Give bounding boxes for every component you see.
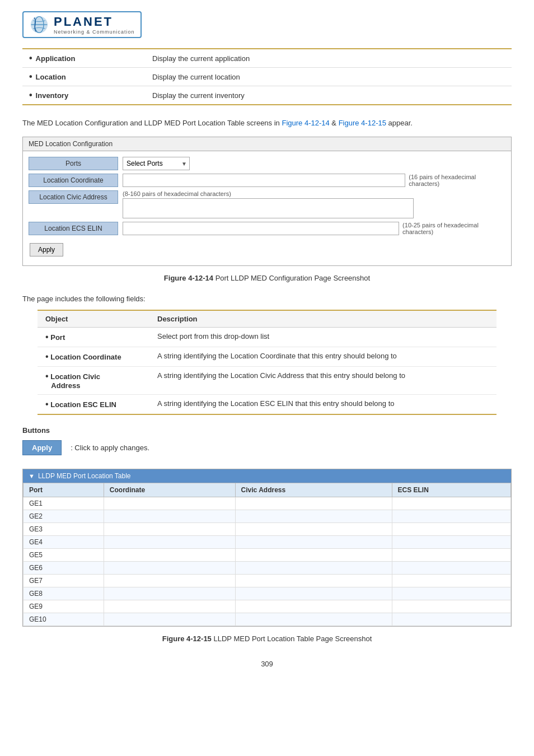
lldp-port-cell: GE5	[24, 548, 104, 561]
planet-globe-icon	[29, 15, 49, 35]
location-ecs-hint: (10-25 pairs of hexadecimal characters)	[402, 222, 505, 235]
lldp-data-cell	[104, 613, 235, 626]
top-table-label: • Location	[22, 68, 146, 86]
fields-paragraph: The page includes the following fields:	[22, 295, 512, 303]
lldp-col-header: Port	[24, 483, 104, 497]
top-table-row: • Application Display the current applic…	[22, 49, 512, 68]
buttons-row: Apply : Click to apply changes.	[22, 440, 512, 455]
object-label: Location Civic	[50, 372, 100, 381]
location-coordinate-hint: (16 pairs of hexadecimal characters)	[409, 174, 505, 187]
figure1-caption: Figure 4-12-14 Port LLDP MED Configurati…	[22, 274, 512, 282]
object-label: Location ESC ELIN	[50, 400, 116, 409]
lldp-table-row: GE1	[24, 497, 511, 510]
lldp-data-cell	[104, 535, 235, 548]
lldp-data-cell	[104, 587, 235, 600]
lldp-data-cell	[235, 510, 392, 522]
lldp-data-cell	[392, 613, 510, 626]
logo-text: PLANET Networking & Communication	[54, 15, 135, 35]
location-coordinate-input[interactable]	[123, 174, 405, 187]
lldp-table-row: GE6	[24, 561, 511, 574]
top-table-desc: Display the current inventory	[146, 86, 512, 105]
top-table-row: • Inventory Display the current inventor…	[22, 86, 512, 105]
select-ports-dropdown[interactable]: Select Ports	[123, 157, 190, 170]
med-config-title: MED Location Configuration	[23, 137, 511, 151]
lldp-data-cell	[392, 548, 510, 561]
logo-sub-label: Networking & Communication	[54, 29, 135, 35]
desc-object-cell: • Location Coordinate	[38, 347, 149, 366]
lldp-data-cell	[235, 548, 392, 561]
desc-table-row: • Location Civic Address A string identi…	[38, 366, 496, 394]
logo-area: PLANET Networking & Communication	[22, 11, 512, 38]
lldp-data-cell	[104, 561, 235, 574]
lldp-table-row: GE8	[24, 587, 511, 600]
lldp-data-cell	[235, 587, 392, 600]
object-label: Port	[50, 333, 65, 342]
lldp-table-row: GE2	[24, 510, 511, 522]
lldp-port-cell: GE6	[24, 561, 104, 574]
fig-ref1-link[interactable]: Figure 4-12-14	[282, 119, 329, 127]
bullet-icon: •	[45, 399, 49, 409]
lldp-data-cell	[392, 497, 510, 510]
lldp-port-cell: GE3	[24, 522, 104, 535]
lldp-port-cell: GE4	[24, 535, 104, 548]
desc-description-cell: Select port from this drop-down list	[149, 327, 496, 347]
figure1-id: Figure 4-12-14	[164, 274, 213, 282]
col-description-header: Description	[149, 310, 496, 328]
lldp-port-cell: GE1	[24, 497, 104, 510]
lldp-data-cell	[392, 522, 510, 535]
lldp-port-cell: GE10	[24, 613, 104, 626]
col-object-header: Object	[38, 310, 149, 328]
buttons-section: Buttons Apply : Click to apply changes.	[22, 426, 512, 455]
lldp-data-cell	[104, 548, 235, 561]
lldp-table-row: GE4	[24, 535, 511, 548]
location-civic-textarea[interactable]	[123, 198, 414, 218]
location-ecs-input[interactable]	[123, 222, 399, 235]
top-table-label: • Inventory	[22, 86, 146, 105]
apply-large-button[interactable]: Apply	[22, 440, 62, 455]
lldp-data-cell	[235, 535, 392, 548]
location-coordinate-row: Location Coordinate (16 pairs of hexadec…	[29, 174, 505, 187]
lldp-col-header: ECS ELIN	[392, 483, 510, 497]
top-table-desc: Display the current application	[146, 49, 512, 68]
lldp-port-cell: GE7	[24, 574, 104, 587]
lldp-title-arrow-icon: ▼	[29, 473, 35, 479]
bullet-icon: •	[45, 352, 49, 361]
lldp-data-cell	[104, 510, 235, 522]
med-config-apply-button[interactable]: Apply	[30, 243, 63, 256]
row-label: Application	[36, 54, 76, 63]
desc-description-cell: A string identifying the Location Coordi…	[149, 347, 496, 366]
row-label: Location	[36, 73, 66, 81]
lldp-table-title-text: LLDP MED Port Location Table	[38, 472, 131, 480]
lldp-col-header: Civic Address	[235, 483, 392, 497]
lldp-table-title: ▼ LLDP MED Port Location Table	[23, 469, 511, 483]
lldp-data-cell	[104, 574, 235, 587]
object-label-cont: Address	[45, 381, 80, 390]
bullet-icon: •	[29, 90, 32, 100]
lldp-data-cell	[235, 574, 392, 587]
location-coordinate-label: Location Coordinate	[29, 174, 118, 187]
location-civic-hint: (8-160 pairs of hexadecimal characters)	[123, 190, 414, 197]
location-civic-label: Location Civic Address	[29, 190, 118, 204]
fig-ref2-link[interactable]: Figure 4-12-15	[339, 119, 386, 127]
lldp-data-cell	[392, 600, 510, 613]
lldp-table-row: GE5	[24, 548, 511, 561]
object-label: Location Coordinate	[50, 353, 121, 361]
lldp-data-cell	[104, 522, 235, 535]
lldp-table-box: ▼ LLDP MED Port Location Table PortCoord…	[22, 469, 512, 627]
logo-planet-label: PLANET	[54, 15, 135, 29]
lldp-data-cell	[104, 600, 235, 613]
top-table-row: • Location Display the current location	[22, 68, 512, 86]
lldp-data-cell	[392, 535, 510, 548]
lldp-data-cell	[392, 561, 510, 574]
med-config-form: Ports Select Ports ▼ Location Coordinate…	[23, 151, 511, 265]
bullet-icon: •	[29, 72, 32, 82]
page-number: 309	[22, 660, 512, 668]
figure1-title: Port LLDP MED Configuration Page Screens…	[216, 274, 371, 282]
desc-description-cell: A string identifying the Location ESC EL…	[149, 394, 496, 414]
lldp-data-cell	[235, 561, 392, 574]
desc-table-row: • Location ESC ELIN A string identifying…	[38, 394, 496, 414]
figure2-id: Figure 4-12-15	[162, 634, 212, 643]
lldp-table-row: GE9	[24, 600, 511, 613]
apply-description: : Click to apply changes.	[71, 444, 149, 452]
desc-object-cell: • Location ESC ELIN	[38, 394, 149, 414]
